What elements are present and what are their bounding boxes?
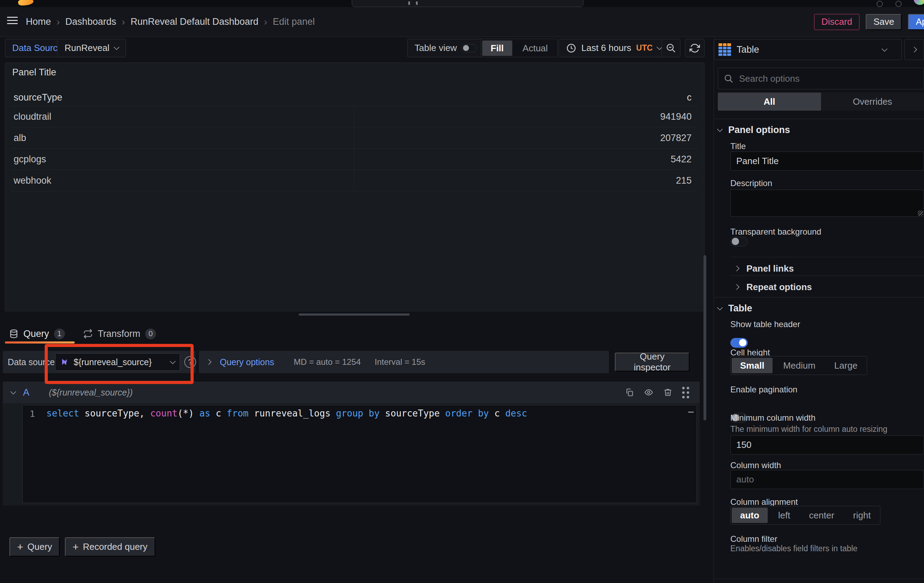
clock-icon	[566, 43, 576, 53]
breadcrumb-separator: ›	[56, 17, 60, 28]
col-header-c[interactable]: c	[687, 89, 692, 106]
browser-logo	[18, 0, 34, 6]
resize-grip-icon[interactable]	[918, 210, 923, 216]
address-bar-glyph	[416, 2, 418, 5]
cell-height-large[interactable]: Large	[826, 358, 866, 373]
cell-sourcetype: alb	[13, 127, 26, 149]
datasource-value: RunReveal	[64, 43, 110, 53]
tab-all[interactable]: All	[718, 92, 821, 111]
time-range-label: Last 6 hours	[581, 43, 631, 53]
nav-actions: Discard Save Apply	[814, 7, 924, 37]
eye-icon[interactable]	[644, 388, 653, 397]
chevron-right-icon	[911, 47, 917, 53]
zoom-out-button[interactable]	[662, 39, 680, 57]
show-table-header-toggle[interactable]	[730, 338, 748, 348]
actual-option[interactable]: Actual	[514, 41, 556, 56]
transparent-bg-toggle[interactable]	[730, 237, 748, 246]
refresh-button[interactable]	[685, 39, 705, 57]
panel-options-section-header[interactable]: Panel options	[718, 123, 790, 137]
cell-count: 207827	[660, 127, 691, 149]
enable-pagination-label: Enable pagination	[730, 385, 797, 395]
datasource-label: Data Source	[12, 43, 63, 53]
min-col-width-input[interactable]	[730, 435, 924, 454]
cell-count: 941940	[660, 106, 691, 127]
column-filter-label: Column filter	[730, 534, 777, 544]
breadcrumb: Home › Dashboards › RunReveal Default Da…	[26, 7, 315, 37]
add-query-button[interactable]: + Query	[10, 537, 60, 557]
breadcrumb-home[interactable]: Home	[26, 17, 51, 27]
duplicate-icon[interactable]	[625, 388, 634, 397]
save-button[interactable]: Save	[866, 14, 902, 30]
fill-actual-segment: Fill Actual	[481, 39, 558, 57]
align-auto[interactable]: auto	[732, 508, 768, 523]
overview-ruler-mark	[688, 411, 694, 413]
options-search[interactable]	[718, 68, 924, 89]
tab-transform[interactable]: Transform 0	[83, 325, 156, 342]
breadcrumb-dashboards[interactable]: Dashboards	[65, 17, 116, 27]
trash-icon[interactable]	[663, 388, 672, 397]
visualization-picker[interactable]: Table	[714, 39, 902, 60]
tab-overrides[interactable]: Overrides	[821, 92, 924, 111]
query-options-link[interactable]: Query options	[220, 357, 274, 367]
database-icon	[9, 329, 18, 339]
panel-title-input[interactable]	[730, 152, 924, 171]
table-section-header[interactable]: Table	[718, 301, 752, 315]
add-recorded-query-button[interactable]: + Recorded query	[65, 537, 155, 557]
section-divider	[714, 297, 924, 297]
panel-options-heading: Panel options	[728, 125, 790, 135]
description-label: Description	[730, 178, 772, 188]
fill-option[interactable]: Fill	[482, 41, 512, 56]
table-view-toggle[interactable]	[462, 44, 477, 52]
tab-transform-label: Transform	[98, 329, 140, 339]
column-filter-description: Enables/disables field filters in table	[730, 544, 857, 553]
browser-extension-icon	[895, 1, 902, 7]
align-center[interactable]: center	[801, 508, 843, 523]
apply-button[interactable]: Apply	[908, 14, 924, 30]
main-scrollbar[interactable]	[703, 255, 706, 420]
repeat-options-section[interactable]: Repeat options	[734, 280, 812, 294]
tab-query[interactable]: Query 1	[9, 325, 65, 342]
column-width-input[interactable]	[730, 470, 924, 489]
divider	[714, 119, 924, 119]
table-header-row: sourceType c	[11, 89, 696, 106]
options-search-input[interactable]	[738, 73, 918, 84]
chevron-down-icon	[717, 126, 723, 132]
cell-count: 5422	[671, 149, 691, 170]
description-textarea[interactable]	[731, 190, 924, 216]
align-right[interactable]: right	[845, 508, 879, 523]
min-col-width-label: Minimum column width	[730, 413, 815, 423]
chevron-down-icon	[717, 304, 723, 310]
menu-icon[interactable]	[7, 15, 18, 26]
cell-count: 215	[676, 170, 691, 191]
tab-query-label: Query	[23, 329, 49, 339]
table-viz-icon	[718, 43, 731, 56]
sql-line[interactable]: select sourceType, count(*) as c from ru…	[46, 408, 527, 419]
col-header-sourcetype[interactable]: sourceType	[13, 89, 63, 106]
chevron-down-icon	[114, 44, 119, 50]
chevron-down-icon[interactable]	[10, 389, 16, 395]
collapse-pane-button[interactable]	[904, 39, 924, 60]
cell-sourcetype: webhook	[13, 170, 51, 191]
discard-button[interactable]: Discard	[814, 14, 860, 30]
query-row-header[interactable]: A (${runreveal_source})	[3, 382, 700, 403]
annotation-highlight-rectangle	[45, 344, 194, 384]
breadcrumb-dashboard-name[interactable]: RunReveal Default Dashboard	[130, 17, 258, 27]
table-view-group: Table view	[407, 39, 484, 57]
cell-height-small[interactable]: Small	[732, 358, 772, 373]
datasource-picker[interactable]: RunReveal	[57, 39, 126, 57]
code-editor[interactable]: 1 select sourceType, count(*) as c from …	[22, 405, 697, 503]
interval-text: Interval = 15s	[375, 357, 426, 367]
options-filter-tabs: All Overrides	[718, 92, 924, 111]
cell-sourcetype: gcplogs	[13, 149, 46, 170]
align-left[interactable]: left	[770, 508, 799, 523]
panel-title: Panel Title	[12, 67, 56, 78]
query-inspector-button[interactable]: Query inspector	[615, 353, 690, 372]
panel-links-section[interactable]: Panel links	[734, 261, 794, 276]
time-range-picker[interactable]: Last 6 hours UTC	[559, 39, 669, 57]
drag-handle-icon[interactable]	[682, 387, 689, 398]
cell-height-medium[interactable]: Medium	[775, 358, 823, 373]
description-field[interactable]	[730, 190, 924, 217]
chevron-right-icon[interactable]	[206, 359, 212, 365]
plus-icon: +	[17, 541, 23, 553]
panel-resize-handle[interactable]	[299, 314, 410, 315]
